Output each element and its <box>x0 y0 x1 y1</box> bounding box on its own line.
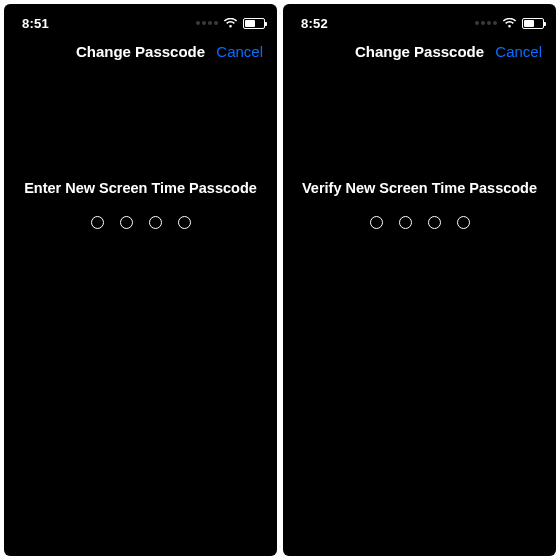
passcode-prompt: Enter New Screen Time Passcode <box>4 180 277 196</box>
cancel-button[interactable]: Cancel <box>495 43 542 60</box>
battery-icon <box>522 18 544 29</box>
passcode-dot <box>428 216 441 229</box>
battery-icon <box>243 18 265 29</box>
nav-bar: Change Passcode Cancel <box>283 34 556 68</box>
status-bar: 8:51 <box>4 4 277 34</box>
passcode-dot <box>120 216 133 229</box>
status-time: 8:51 <box>22 16 49 31</box>
status-bar: 8:52 <box>283 4 556 34</box>
passcode-dots[interactable] <box>4 216 277 229</box>
passcode-content: Verify New Screen Time Passcode <box>283 180 556 229</box>
passcode-dot <box>457 216 470 229</box>
nav-bar: Change Passcode Cancel <box>4 34 277 68</box>
signal-dots-icon <box>196 21 218 25</box>
passcode-dot <box>178 216 191 229</box>
status-time: 8:52 <box>301 16 328 31</box>
wifi-icon <box>502 18 517 29</box>
phone-screen-enter: 8:51 Change Passcode Cancel Enter New Sc… <box>4 4 277 556</box>
cancel-button[interactable]: Cancel <box>216 43 263 60</box>
passcode-dots[interactable] <box>283 216 556 229</box>
phone-screen-verify: 8:52 Change Passcode Cancel Verify New S… <box>283 4 556 556</box>
nav-title: Change Passcode <box>76 43 205 60</box>
passcode-content: Enter New Screen Time Passcode <box>4 180 277 229</box>
status-right <box>475 18 544 29</box>
passcode-dot <box>370 216 383 229</box>
passcode-prompt: Verify New Screen Time Passcode <box>283 180 556 196</box>
status-right <box>196 18 265 29</box>
wifi-icon <box>223 18 238 29</box>
passcode-dot <box>399 216 412 229</box>
passcode-dot <box>149 216 162 229</box>
nav-title: Change Passcode <box>355 43 484 60</box>
passcode-dot <box>91 216 104 229</box>
signal-dots-icon <box>475 21 497 25</box>
